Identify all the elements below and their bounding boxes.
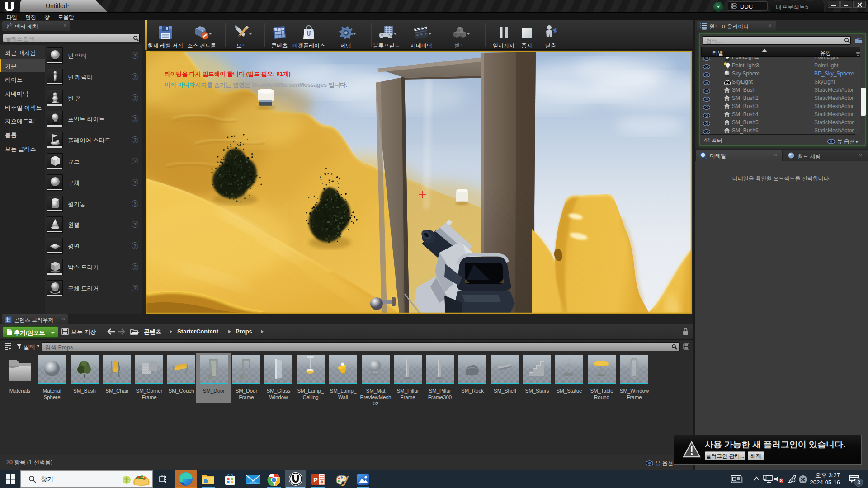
svg-text:P: P	[313, 476, 318, 483]
svg-text:아직 아니다시지를 숨기는 명령은 DisableAllSc: 아직 아니다시지를 숨기는 명령은 DisableAllScreenMessag…	[165, 81, 348, 88]
svg-text:라이팅을 다시 빌드해야 합니다 (빌드 필요: 91개): 라이팅을 다시 빌드해야 합니다 (빌드 필요: 91개)	[165, 70, 291, 77]
